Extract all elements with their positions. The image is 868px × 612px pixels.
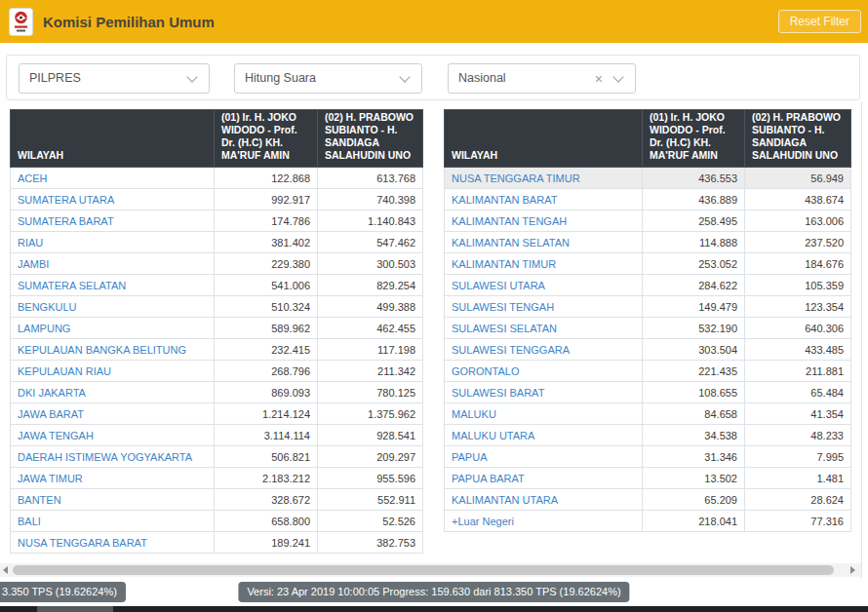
votes-candidate-02: 117.198: [318, 339, 423, 361]
column-header-wilayah: WILAYAH: [445, 110, 643, 168]
region-link[interactable]: JAWA BARAT: [18, 408, 84, 420]
election-type-select[interactable]: PILPRES: [19, 63, 210, 94]
region-link[interactable]: SULAWESI TENGAH: [452, 301, 554, 313]
wilayah-cell: JAWA TIMUR: [11, 468, 215, 489]
table-row: ACEH122.868613.768: [11, 168, 423, 189]
wilayah-cell: +Luar Negeri: [445, 511, 643, 532]
region-link[interactable]: KALIMANTAN TIMUR: [452, 258, 556, 270]
region-link[interactable]: DKI JAKARTA: [18, 387, 86, 399]
region-link[interactable]: RIAU: [18, 237, 43, 249]
view-mode-value: Hitung Suara: [245, 71, 316, 85]
votes-candidate-02: 1.140.843: [318, 210, 423, 232]
progress-badge-center: Versi: 23 Apr 2019 10:00:05 Progress: 15…: [238, 582, 629, 602]
column-header-wilayah: WILAYAH: [11, 110, 215, 168]
region-link[interactable]: SUMATERA BARAT: [18, 215, 114, 227]
votes-candidate-02: 237.520: [745, 232, 851, 253]
votes-candidate-02: 382.753: [318, 532, 423, 554]
votes-candidate-02: 462.455: [318, 318, 423, 339]
region-link[interactable]: JAWA TIMUR: [18, 473, 83, 484]
region-select[interactable]: Nasional ×: [448, 63, 636, 94]
votes-candidate-02: 48.233: [745, 425, 851, 446]
election-type-value: PILPRES: [29, 71, 81, 85]
votes-candidate-02: 829.254: [318, 275, 423, 296]
table-row: KALIMANTAN TENGAH258.495163.006: [445, 210, 851, 232]
region-link[interactable]: SUMATERA SELATAN: [18, 280, 126, 291]
column-header-candidate-02: (02) H. PRABOWO SUBIANTO - H. SANDIAGA S…: [745, 110, 851, 168]
region-link[interactable]: KALIMANTAN UTARA: [452, 494, 558, 506]
votes-candidate-01: 436.553: [643, 168, 745, 189]
region-link[interactable]: SULAWESI SELATAN: [452, 323, 557, 334]
region-link[interactable]: ACEH: [18, 172, 48, 184]
region-link[interactable]: SULAWESI TENGGARA: [452, 344, 570, 356]
votes-candidate-01: 189.241: [215, 532, 318, 554]
reset-filter-button[interactable]: Reset Filter: [778, 10, 861, 33]
votes-candidate-01: 122.868: [215, 168, 318, 189]
table-row: +Luar Negeri218.04177.316: [445, 511, 851, 532]
region-link[interactable]: BALI: [18, 516, 41, 527]
scroll-right-icon[interactable]: [850, 566, 855, 574]
votes-candidate-01: 3.114.114: [215, 425, 318, 446]
horizontal-scrollbar[interactable]: [0, 563, 861, 577]
region-link[interactable]: KALIMANTAN SELATAN: [452, 237, 570, 249]
region-link[interactable]: BENGKULU: [18, 301, 77, 313]
region-link[interactable]: KALIMANTAN BARAT: [452, 194, 557, 206]
wilayah-cell: SULAWESI TENGAH: [445, 296, 643, 318]
votes-candidate-02: 552.911: [318, 489, 423, 511]
app-header: Komisi Pemilihan Umum Reset Filter: [0, 0, 868, 43]
region-link[interactable]: KEPULAUAN RIAU: [18, 365, 111, 377]
scroll-left-icon[interactable]: [3, 566, 8, 574]
region-link[interactable]: KEPULAUAN BANGKA BELITUNG: [18, 344, 186, 356]
region-link[interactable]: MALUKU: [452, 408, 496, 420]
view-mode-select[interactable]: Hitung Suara: [234, 63, 422, 94]
region-link[interactable]: DAERAH ISTIMEWA YOGYAKARTA: [18, 451, 192, 463]
table-row: SULAWESI BARAT108.65565.484: [445, 382, 851, 403]
wilayah-cell: SULAWESI SELATAN: [445, 318, 643, 339]
votes-candidate-02: 613.768: [318, 168, 423, 189]
votes-candidate-02: 52.526: [318, 511, 423, 532]
clear-icon[interactable]: ×: [595, 70, 603, 88]
votes-candidate-02: 41.354: [745, 403, 851, 425]
region-link[interactable]: MALUKU UTARA: [452, 430, 534, 441]
table-row: SULAWESI SELATAN532.190640.306: [445, 318, 851, 339]
votes-candidate-02: 1.481: [745, 468, 851, 489]
region-link[interactable]: NUSA TENGGARA TIMUR: [452, 172, 580, 184]
region-link[interactable]: GORONTALO: [452, 365, 519, 377]
table-row: DKI JAKARTA869.093780.125: [11, 382, 423, 403]
votes-candidate-01: 506.821: [215, 446, 318, 468]
region-link[interactable]: NUSA TENGGARA BARAT: [18, 537, 147, 549]
votes-candidate-02: 211.342: [318, 361, 423, 382]
votes-candidate-02: 56.949: [745, 168, 851, 189]
table-row: DAERAH ISTIMEWA YOGYAKARTA506.821209.297: [11, 446, 423, 468]
region-link[interactable]: SULAWESI UTARA: [452, 280, 545, 291]
region-link[interactable]: +Luar Negeri: [452, 516, 514, 527]
region-link[interactable]: PAPUA BARAT: [452, 473, 525, 484]
wilayah-cell: RIAU: [11, 232, 215, 253]
chevron-down-icon: [612, 71, 623, 82]
table-row: PAPUA BARAT13.5021.481: [445, 468, 851, 489]
column-header-candidate-01: (01) Ir. H. JOKO WIDODO - Prof. Dr. (H.C…: [215, 110, 318, 168]
votes-candidate-02: 211.881: [745, 361, 851, 382]
votes-candidate-02: 77.316: [745, 511, 851, 532]
region-link[interactable]: JAWA TENGAH: [18, 430, 94, 441]
table-row: KALIMANTAN BARAT436.889438.674: [445, 189, 851, 210]
region-link[interactable]: KALIMANTAN TENGAH: [452, 215, 567, 227]
table-row: LAMPUNG589.962462.455: [11, 318, 423, 339]
votes-candidate-01: 229.380: [215, 253, 318, 275]
region-link[interactable]: SUMATERA UTARA: [18, 194, 114, 206]
votes-candidate-02: 780.125: [318, 382, 423, 403]
region-value: Nasional: [458, 71, 506, 85]
column-header-candidate-01: (01) Ir. H. JOKO WIDODO - Prof. Dr. (H.C…: [643, 110, 745, 168]
region-link[interactable]: JAMBI: [18, 258, 49, 270]
table-row: JAWA TIMUR2.183.212955.596: [11, 468, 423, 489]
wilayah-cell: SUMATERA UTARA: [11, 189, 215, 210]
wilayah-cell: NUSA TENGGARA BARAT: [11, 532, 215, 554]
wilayah-cell: SULAWESI TENGGARA: [445, 339, 643, 361]
wilayah-cell: KALIMANTAN SELATAN: [445, 232, 643, 253]
region-link[interactable]: PAPUA: [452, 451, 487, 463]
region-link[interactable]: BANTEN: [18, 494, 61, 506]
region-link[interactable]: LAMPUNG: [18, 323, 70, 334]
wilayah-cell: BALI: [11, 511, 215, 532]
wilayah-cell: MALUKU UTARA: [445, 425, 643, 446]
scrollbar-thumb[interactable]: [13, 565, 834, 575]
region-link[interactable]: SULAWESI BARAT: [452, 387, 544, 399]
